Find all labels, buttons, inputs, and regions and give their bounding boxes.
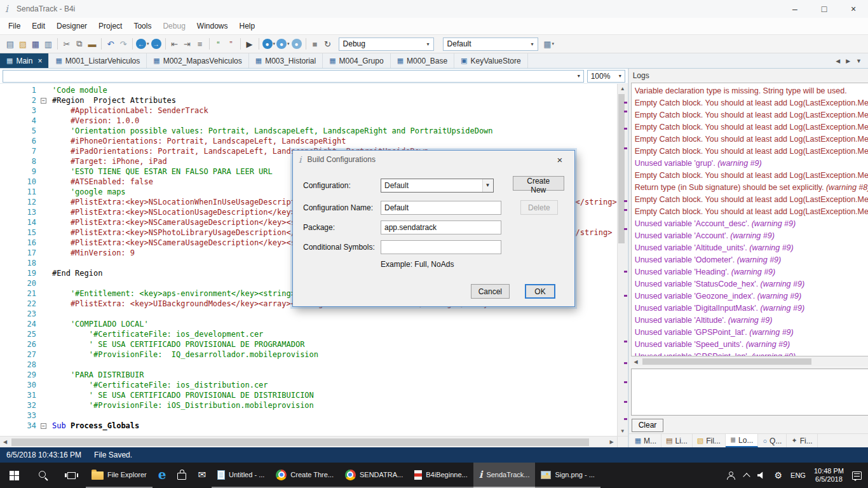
scroll-left-icon[interactable]: ◀: [631, 359, 641, 365]
language-indicator[interactable]: ENG: [790, 471, 806, 479]
scrollbar-thumb[interactable]: [642, 358, 812, 365]
gear-icon[interactable]: ⚙: [775, 470, 783, 480]
tool-tab-files[interactable]: ▧Fil...: [693, 434, 726, 447]
logs-horizontal-scrollbar[interactable]: ◀ ▶: [631, 357, 868, 366]
log-entry[interactable]: Variable declaration type is missing. St…: [635, 85, 868, 97]
menu-help[interactable]: Help: [234, 18, 261, 34]
restart-icon[interactable]: ↻: [322, 37, 334, 51]
log-entry[interactable]: Empty Catch block. You should at least a…: [635, 206, 868, 218]
create-new-button[interactable]: Create New: [513, 176, 564, 191]
log-entry[interactable]: Empty Catch block. You should at least a…: [635, 194, 868, 206]
copy-icon[interactable]: ⧉: [73, 37, 86, 51]
tool-tab-libraries[interactable]: ▤Li...: [661, 434, 693, 447]
log-entry[interactable]: Empty Catch block. You should at least a…: [635, 121, 868, 133]
save-all-icon[interactable]: ▥: [42, 37, 55, 51]
editor-vertical-scrollbar[interactable]: ▲ ▼: [617, 84, 628, 436]
tabs-list-icon[interactable]: ▼: [856, 58, 862, 64]
taskbar-item-store[interactable]: [172, 463, 192, 488]
menu-edit[interactable]: Edit: [26, 18, 51, 34]
menu-designer[interactable]: Designer: [51, 18, 93, 34]
taskbar-item-chrome-create-thread[interactable]: Create Thre...: [270, 463, 339, 488]
log-entry[interactable]: Unused variable 'Altitude_units'. (warni…: [635, 242, 868, 254]
tool-tab-modules[interactable]: ▦M...: [630, 434, 661, 447]
log-entry[interactable]: Unused variable 'GPSPoint_lat'. (warning…: [635, 327, 868, 339]
zoom-select[interactable]: 100% ▾: [587, 70, 625, 83]
log-entry[interactable]: Unused variable 'Heading'. (warning #9): [635, 266, 868, 278]
log-entry[interactable]: Empty Catch block. You should at least a…: [635, 146, 868, 158]
save-icon[interactable]: ▦: [29, 37, 42, 51]
menu-debug[interactable]: Debug: [157, 18, 191, 34]
log-entry[interactable]: Empty Catch block. You should at least a…: [635, 97, 868, 109]
people-icon[interactable]: [726, 471, 736, 480]
scroll-down-icon[interactable]: ▼: [618, 426, 628, 436]
log-entry[interactable]: Unused variable 'Geozone_index'. (warnin…: [635, 290, 868, 302]
taskbar-item-b4i-sendatrack[interactable]: iSendaTrack...: [473, 463, 536, 488]
taskbar-item-pdf-b4i-beginners[interactable]: B4iBeginne...: [409, 463, 473, 488]
start-button[interactable]: [0, 463, 29, 488]
log-entry[interactable]: Unused variable 'Odometer'. (warning #9): [635, 254, 868, 266]
log-entry[interactable]: Unused variable 'StatusCode_hex'. (warni…: [635, 278, 868, 290]
connect-device-icon[interactable]: ●▾: [262, 37, 276, 51]
taskbar-item-mail[interactable]: ✉: [192, 463, 212, 488]
navigate-forward-icon[interactable]: →: [150, 37, 163, 51]
action-center-icon[interactable]: [852, 471, 862, 480]
tabs-scroll-right-icon[interactable]: ▶: [846, 58, 850, 64]
clear-logs-button[interactable]: Clear: [632, 419, 664, 432]
log-entry[interactable]: Unused variable 'Speed_units'. (warning …: [635, 339, 868, 351]
tool-windows-icon[interactable]: ▦▾: [543, 37, 555, 51]
volume-icon[interactable]: [757, 471, 766, 479]
run-icon[interactable]: ▶: [243, 37, 256, 51]
new-file-icon[interactable]: ▤: [4, 37, 17, 51]
menu-windows[interactable]: Windows: [191, 18, 234, 34]
hidden-icons-chevron-icon[interactable]: [743, 473, 750, 480]
taskbar-item-file-explorer[interactable]: File Explorer: [86, 463, 153, 488]
tool-tab-find-references[interactable]: ✦Fi...: [787, 434, 817, 447]
tab-keyvaluestore[interactable]: ▣KeyValueStore: [454, 53, 528, 68]
conditional-symbols-input[interactable]: [381, 240, 501, 254]
cancel-button[interactable]: Cancel: [471, 284, 510, 299]
log-entry[interactable]: Unused variable 'DigitalInputMask'. (war…: [635, 302, 868, 315]
rapid-debug-icon[interactable]: ●: [290, 37, 303, 51]
log-entry[interactable]: Return type (in Sub signature) should be…: [635, 182, 868, 194]
module-navigator-select[interactable]: ▾: [3, 70, 584, 83]
menu-file[interactable]: File: [3, 18, 26, 34]
compile-icon[interactable]: ●▾: [276, 37, 290, 51]
scroll-left-icon[interactable]: ◀: [0, 439, 10, 445]
minimize-button[interactable]: –: [780, 0, 810, 18]
delete-button[interactable]: Delete: [520, 200, 558, 215]
taskbar-item-notepad[interactable]: Untitled - ...: [212, 463, 270, 488]
maximize-button[interactable]: □: [810, 0, 839, 18]
tab-close-icon[interactable]: ×: [37, 57, 42, 65]
taskbar-clock[interactable]: 10:48 PM 6/5/2018: [814, 467, 844, 484]
tool-tab-logs[interactable]: ≣Lo...: [726, 434, 759, 447]
tab-m001_listarvehiculos[interactable]: ▦M001_ListarVehiculos: [49, 53, 147, 68]
scrollbar-thumb[interactable]: [11, 438, 589, 446]
log-entry[interactable]: Empty Catch block. You should at least a…: [635, 170, 868, 182]
navigate-back-icon[interactable]: ←▾: [135, 37, 150, 51]
log-entry[interactable]: Empty Catch block. You should at least a…: [635, 109, 868, 121]
tab-main[interactable]: ▦Main×: [0, 53, 49, 68]
log-entry[interactable]: Unused variable 'Account'. (warning #9): [635, 230, 868, 242]
configuration-select[interactable]: Default ▼: [381, 179, 494, 193]
taskbar-item-edge[interactable]: e: [153, 463, 172, 488]
log-entry[interactable]: Unused variable 'grup'. (warning #9): [635, 158, 868, 170]
cut-icon[interactable]: ✂: [60, 37, 73, 51]
tabs-scroll-left-icon[interactable]: ◀: [836, 58, 840, 64]
taskbar-item-chrome-sendatrack[interactable]: SENDATRA...: [339, 463, 409, 488]
indent-icon[interactable]: ⇥: [181, 37, 194, 51]
tab-m004_grupo[interactable]: ▦M004_Grupo: [323, 53, 390, 68]
open-project-icon[interactable]: ▧: [17, 37, 29, 51]
menu-project[interactable]: Project: [93, 18, 128, 34]
log-entry[interactable]: Unused variable 'Account_desc'. (warning…: [635, 218, 868, 230]
title-bar[interactable]: i SendaTrack - B4i – □ ×: [0, 0, 868, 18]
log-entry[interactable]: Unused variable 'Altitude'. (warning #9): [635, 315, 868, 327]
taskbar-search-button[interactable]: [29, 463, 57, 488]
target-variant-select[interactable]: Default ▾: [443, 37, 538, 51]
dialog-close-button[interactable]: ×: [551, 154, 569, 165]
package-input[interactable]: [381, 220, 501, 234]
tab-m003_historial[interactable]: ▦M003_Historial: [249, 53, 323, 68]
paste-icon[interactable]: ▬: [86, 37, 98, 51]
redo-icon[interactable]: ↷: [117, 37, 130, 51]
outdent-icon[interactable]: ⇤: [168, 37, 181, 51]
stop-icon[interactable]: ■: [309, 37, 322, 51]
